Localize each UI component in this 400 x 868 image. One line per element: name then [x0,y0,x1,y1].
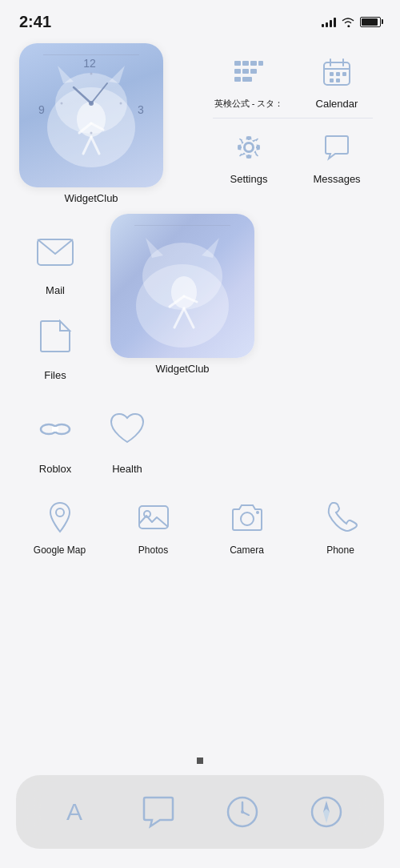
roblox-icon [33,407,78,452]
settings-label: Settings [230,173,268,185]
mail-icon-wrap [26,222,84,279]
row-2: Mail Files [13,214,387,381]
right-row-1: 英検公式 - スタ： [205,43,381,118]
app-calendar[interactable]: Calendar [293,43,381,118]
svg-rect-35 [330,78,334,82]
svg-marker-42 [146,238,163,258]
svg-rect-33 [336,72,340,76]
googlemap-label: Google Map [34,545,86,556]
svg-rect-20 [242,61,249,66]
svg-rect-27 [242,77,252,82]
signal-icon [322,16,336,27]
camera-icon [228,498,266,536]
app-mail[interactable]: Mail [19,222,91,297]
svg-point-56 [256,511,259,514]
app-health[interactable]: Health [91,400,163,476]
googlemap-icon-wrap [38,495,82,540]
page-dot-active [197,757,203,764]
page-indicator [0,757,400,764]
mail-label: Mail [46,284,65,297]
dock-message-icon [139,793,178,831]
app-phone[interactable]: Phone [305,495,377,556]
roblox-label: Roblox [39,463,71,476]
svg-point-38 [245,143,253,151]
svg-point-55 [241,512,254,525]
phone-icon [322,498,360,536]
files-label: Files [44,369,66,382]
app-roblox[interactable]: Roblox [19,400,91,476]
app-eiken[interactable]: 英検公式 - スタ： [205,43,293,118]
camera-icon-wrap [225,495,270,540]
calendar-icon [319,54,354,90]
svg-rect-32 [330,72,334,76]
right-2x2-apps: 英検公式 - スタ： [205,43,381,193]
calendar-label: Calendar [316,98,358,110]
svg-rect-23 [234,69,241,74]
widgetclub-widget-1[interactable]: 12 3 9 WidgetClub [19,43,163,204]
svg-rect-53 [139,506,168,528]
status-icons [322,16,381,27]
cat-widget-2[interactable] [110,214,254,358]
status-time: 2:41 [19,13,51,31]
dock-app-appstore[interactable]: A [50,788,98,836]
svg-point-18 [120,102,122,105]
svg-text:3: 3 [138,103,144,116]
clock-face: 12 3 9 [19,43,163,187]
row-1: 12 3 9 WidgetClub [13,43,387,204]
health-icon-wrap [98,400,156,458]
widgetclub-label-1: WidgetClub [64,192,118,204]
svg-rect-22 [258,61,263,66]
svg-text:12: 12 [83,57,96,70]
app-files[interactable]: Files [19,307,91,382]
grid-icon [231,54,266,90]
photos-icon-wrap [131,495,176,540]
app-messages[interactable]: Messages [293,119,381,193]
clock-cat-widget[interactable]: 12 3 9 [19,43,163,187]
files-icon [33,313,78,358]
svg-rect-26 [234,77,241,82]
phone-label: Phone [326,545,354,556]
right-row-2: Settings Messages [205,119,381,193]
svg-line-12 [74,87,91,103]
app-photos[interactable]: Photos [118,495,190,556]
dock-app-messages[interactable] [134,788,182,836]
messages-icon-wrap [316,127,358,168]
status-bar: 2:41 [0,0,400,40]
wifi-icon [341,16,355,27]
camera-label: Camera [230,545,264,556]
messages-label: Messages [313,173,360,185]
svg-point-15 [90,73,93,75]
heart-icon [105,407,150,452]
widgetclub-label-2: WidgetClub [155,363,209,375]
battery-icon [360,17,381,27]
svg-rect-51 [52,427,58,432]
app-settings[interactable]: Settings [205,119,293,193]
eiken-label: 英検公式 - スタ： [214,98,284,110]
health-label: Health [112,463,142,476]
svg-rect-34 [342,72,346,76]
svg-point-16 [90,132,93,135]
calendar-icon-wrap [316,51,358,93]
svg-rect-19 [234,61,241,66]
svg-rect-36 [336,78,340,82]
app-camera[interactable]: Camera [211,495,283,556]
dock-app-clock[interactable] [218,788,266,836]
svg-point-61 [241,810,244,814]
mail-icon [33,228,78,273]
dock-app-compass[interactable] [302,788,350,836]
photos-label: Photos [138,545,168,556]
cat-silhouette-2 [110,214,254,358]
eiken-icon-wrap [228,51,270,93]
message-icon [319,130,354,165]
dock: A [16,775,384,849]
photos-icon [134,498,173,536]
row-3: Roblox Health [13,400,387,476]
svg-text:9: 9 [38,103,45,116]
appstore-icon: A [55,793,94,831]
widgetclub-widget-2[interactable]: WidgetClub [110,214,254,375]
home-screen: 12 3 9 WidgetClub [0,40,400,556]
app-googlemap[interactable]: Google Map [24,495,96,556]
left-apps-col: Mail Files [19,214,98,381]
roblox-icon-wrap [26,400,84,458]
files-icon-wrap [26,307,84,364]
